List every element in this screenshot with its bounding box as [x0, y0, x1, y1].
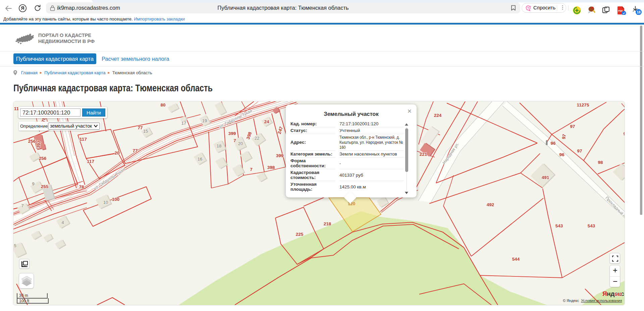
svg-text:18: 18 — [637, 10, 641, 14]
svg-text:256: 256 — [39, 156, 47, 161]
svg-text:543: 543 — [588, 223, 595, 228]
svg-text:491: 491 — [542, 175, 549, 180]
svg-text:97: 97 — [577, 148, 582, 153]
svg-text:224: 224 — [434, 113, 442, 118]
svg-text:10: 10 — [103, 200, 108, 205]
svg-text:20: 20 — [114, 150, 119, 156]
svg-text:?: ? — [527, 6, 529, 10]
svg-text:117: 117 — [87, 159, 94, 164]
svg-text:96: 96 — [550, 141, 556, 146]
svg-text:492: 492 — [487, 202, 494, 207]
svg-text:24: 24 — [264, 119, 269, 124]
svg-text:20: 20 — [238, 141, 243, 146]
svg-text:16: 16 — [198, 157, 202, 162]
svg-text:398: 398 — [267, 165, 275, 170]
svg-text:77: 77 — [132, 148, 138, 153]
svg-text:11275: 11275 — [577, 102, 589, 107]
svg-text:97: 97 — [561, 134, 567, 139]
svg-text:22: 22 — [255, 136, 259, 141]
svg-text:225: 225 — [296, 232, 304, 237]
svg-text:7: 7 — [21, 203, 23, 208]
svg-text:544: 544 — [512, 257, 520, 262]
svg-text:543: 543 — [555, 223, 563, 228]
svg-text:218: 218 — [324, 221, 331, 226]
svg-text:117: 117 — [79, 137, 87, 142]
svg-text:221: 221 — [420, 152, 427, 157]
svg-text:30 m: 30 m — [19, 293, 28, 298]
svg-text:9: 9 — [32, 181, 34, 186]
svg-text:96: 96 — [559, 152, 565, 157]
svg-text:Я: Я — [21, 5, 24, 11]
svg-text:256: 256 — [28, 139, 36, 144]
svg-text:399: 399 — [276, 153, 284, 158]
svg-text:96: 96 — [623, 131, 625, 136]
svg-text:80: 80 — [160, 102, 165, 107]
svg-text:98: 98 — [598, 160, 603, 165]
svg-text:17: 17 — [181, 121, 186, 126]
svg-text:15: 15 — [143, 129, 148, 134]
svg-text:97: 97 — [570, 124, 575, 129]
svg-text:18: 18 — [217, 143, 221, 148]
svg-text:77: 77 — [138, 125, 143, 130]
svg-text:7: 7 — [233, 138, 236, 143]
svg-text:255: 255 — [41, 184, 49, 189]
svg-text:100 ft: 100 ft — [19, 299, 30, 303]
svg-text:399: 399 — [228, 131, 236, 136]
svg-text:5: 5 — [14, 243, 16, 248]
svg-text:7: 7 — [250, 167, 253, 172]
svg-text:19: 19 — [202, 118, 207, 123]
svg-text:4: 4 — [61, 220, 64, 225]
svg-text:78: 78 — [79, 184, 84, 189]
svg-text:100: 100 — [112, 197, 120, 202]
